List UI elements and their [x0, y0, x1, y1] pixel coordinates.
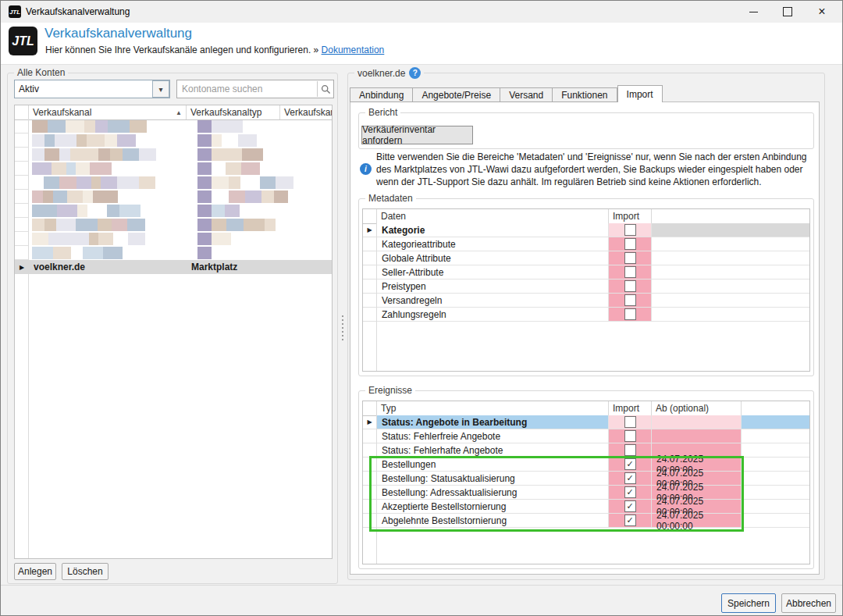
column-header-verkaufskan[interactable]: Verkaufskan...	[280, 105, 333, 119]
checkbox-checked-icon[interactable]: ✓	[624, 458, 636, 470]
column-header-typ[interactable]: Typ	[377, 401, 609, 415]
request-inventory-button[interactable]: Verkäuferinventar anfordern	[361, 126, 473, 144]
row-header-column: ▶	[363, 415, 377, 564]
column-header-label: Import	[613, 403, 639, 414]
import-cell: ✓	[609, 472, 652, 485]
row-header-cell	[363, 486, 376, 500]
status-filter-select[interactable]: Aktiv ▾	[14, 80, 170, 98]
ab-date-cell[interactable]	[652, 415, 742, 429]
tab-import[interactable]: Import	[617, 85, 663, 102]
accounts-group-label: Alle Konten	[14, 67, 68, 78]
table-row[interactable]: Kategorieattribute	[377, 237, 809, 251]
account-row-redacted[interactable]	[29, 232, 332, 246]
row-header-cell: ▶	[363, 415, 376, 429]
redaction-block	[130, 120, 148, 133]
column-header-daten[interactable]: Daten	[377, 209, 609, 223]
checkbox-unchecked-icon[interactable]	[624, 308, 636, 320]
redaction-block	[197, 219, 212, 231]
search-icon[interactable]	[317, 81, 333, 97]
create-account-button[interactable]: Anlegen	[14, 563, 56, 580]
table-row[interactable]: Bestellungen✓24.07.2025 00:00:00	[377, 458, 809, 472]
table-row[interactable]: Zahlungsregeln	[377, 308, 809, 322]
table-row[interactable]: Akzeptierte Bestellstornierung✓24.07.202…	[377, 500, 809, 514]
maximize-icon	[783, 7, 792, 16]
table-row[interactable]: Abgelehnte Bestellstornierung✓24.07.2025…	[377, 514, 809, 528]
account-search-input[interactable]	[177, 83, 317, 95]
column-header-verkaufskanal[interactable]: Verkaufskanal ▲	[29, 105, 187, 119]
redaction-block	[71, 247, 83, 259]
redaction-block	[53, 247, 71, 259]
checkbox-unchecked-icon[interactable]	[624, 444, 636, 456]
redaction-block	[127, 219, 145, 231]
redaction-block	[212, 162, 226, 175]
checkbox-checked-icon[interactable]: ✓	[624, 486, 636, 498]
checkbox-unchecked-icon[interactable]	[624, 294, 636, 306]
close-button[interactable]: ×	[805, 1, 839, 23]
chevron-down-icon[interactable]: ▾	[152, 80, 169, 98]
close-icon: ×	[818, 5, 825, 18]
table-row[interactable]: Status: Fehlerhafte Angebote	[377, 443, 809, 458]
account-row-redacted[interactable]	[29, 162, 332, 176]
ab-date-cell[interactable]	[652, 429, 742, 443]
table-row[interactable]: Bestellung: Adressaktualisierung✓24.07.2…	[377, 486, 809, 500]
row-name-cell: Preistypen	[377, 280, 609, 293]
account-row-redacted[interactable]	[29, 148, 332, 162]
events-table-header: Typ Import Ab (optional)	[363, 401, 809, 416]
checkbox-unchecked-icon[interactable]	[624, 266, 636, 278]
account-row-redacted[interactable]	[29, 119, 332, 134]
redaction-block	[44, 176, 59, 189]
row-name-cell: Status: Fehlerfreie Angebote	[377, 429, 609, 443]
maximize-button[interactable]	[770, 1, 805, 23]
table-row[interactable]: Kategorie	[377, 223, 809, 237]
checkbox-unchecked-icon[interactable]	[624, 416, 636, 428]
table-row[interactable]: Bestellung: Statusaktualisierung✓24.07.2…	[377, 472, 809, 486]
column-header-verkaufskanaltyp[interactable]: Verkaufskanaltyp	[187, 105, 280, 119]
panel-splitter[interactable]	[338, 73, 347, 582]
channel-name-label: voelkner.de	[357, 68, 405, 79]
checkbox-checked-icon[interactable]: ✓	[624, 472, 636, 484]
account-row-redacted[interactable]	[29, 176, 332, 190]
tab-angebote-preise[interactable]: Angebote/Preise	[413, 87, 500, 102]
title-bar[interactable]: JTL Verkaufskanalverwaltung ×	[1, 1, 842, 23]
table-row[interactable]: Versandregeln	[377, 294, 809, 308]
column-header-import[interactable]: Import	[609, 209, 652, 223]
minimize-button[interactable]	[736, 1, 770, 23]
delete-account-button[interactable]: Löschen	[62, 563, 108, 580]
table-row[interactable]: Status: Angebote in Bearbeitung	[377, 415, 809, 429]
ab-date-cell[interactable]: 24.07.2025 00:00:00	[652, 514, 742, 527]
column-header-label: Verkaufskanal	[33, 107, 91, 118]
column-header-import[interactable]: Import	[609, 401, 652, 415]
checkbox-unchecked-icon[interactable]	[624, 280, 636, 292]
row-filler-cell	[652, 223, 809, 237]
account-row-redacted[interactable]	[29, 218, 332, 232]
tab-anbindung[interactable]: Anbindung	[350, 87, 413, 102]
row-filler-cell	[742, 500, 809, 513]
row-header-cell	[363, 294, 376, 308]
table-row[interactable]: Seller-Attribute	[377, 265, 809, 280]
tab-versand[interactable]: Versand	[500, 87, 553, 102]
column-header-ab-optional[interactable]: Ab (optional)	[652, 401, 742, 415]
redaction-block	[44, 148, 59, 161]
redaction-block	[139, 176, 156, 189]
import-cell	[609, 415, 652, 429]
checkbox-unchecked-icon[interactable]	[624, 252, 636, 264]
row-header-cell	[15, 246, 28, 260]
account-row-redacted[interactable]	[29, 190, 332, 204]
checkbox-checked-icon[interactable]: ✓	[624, 500, 636, 512]
tab-funktionen[interactable]: Funktionen	[553, 87, 617, 102]
table-row[interactable]: Globale Attribute	[377, 251, 809, 265]
checkbox-unchecked-icon[interactable]	[624, 430, 636, 442]
documentation-link[interactable]: Dokumentation	[322, 45, 385, 55]
table-row[interactable]: Status: Fehlerfreie Angebote	[377, 429, 809, 443]
table-row[interactable]: Preistypen	[377, 280, 809, 294]
account-row-redacted[interactable]	[29, 246, 332, 260]
account-row-redacted[interactable]	[29, 204, 332, 218]
account-row-redacted[interactable]	[29, 134, 332, 148]
account-row-selected[interactable]: ▶ voelkner.de Marktplatz	[15, 260, 332, 274]
save-button[interactable]: Speichern	[721, 593, 776, 613]
help-icon[interactable]: ?	[409, 67, 421, 79]
checkbox-checked-icon[interactable]: ✓	[624, 515, 636, 526]
cancel-button[interactable]: Abbrechen	[781, 593, 836, 613]
checkbox-unchecked-icon[interactable]	[624, 224, 636, 236]
checkbox-unchecked-icon[interactable]	[624, 238, 636, 250]
